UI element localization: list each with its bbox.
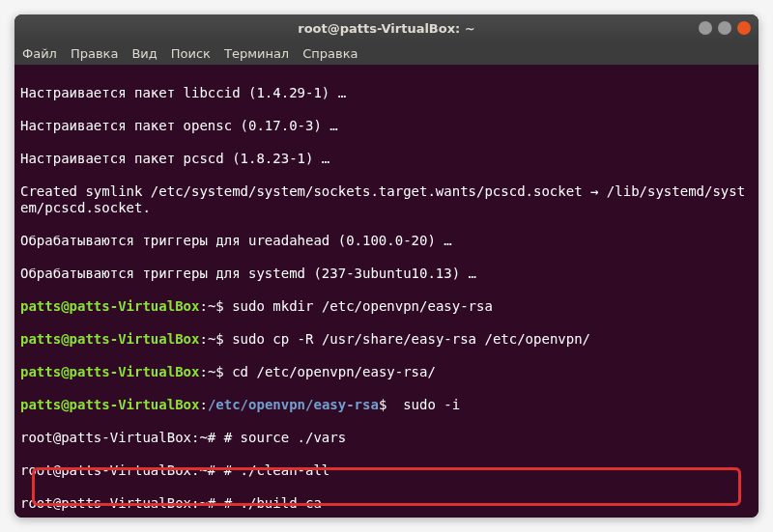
current-path: /etc/openvpn/easy-rsa bbox=[208, 397, 379, 412]
minimize-icon[interactable] bbox=[699, 21, 712, 35]
command: sudo cp -R /usr/share/easy-rsa /etc/open… bbox=[232, 331, 590, 347]
prompt-line: patts@patts-VirtualBox:~$ sudo cp -R /us… bbox=[20, 331, 753, 348]
menubar: Файл Правка Вид Поиск Терминал Справка bbox=[14, 42, 759, 65]
output-line: Настраивается пакет libccid (1.4.29-1) … bbox=[20, 85, 753, 101]
command: # source ./vars bbox=[215, 430, 346, 445]
output-line: Настраивается пакет pcscd (1.8.23-1) … bbox=[20, 151, 753, 167]
root-prompt: root@patts-VirtualBox:~# bbox=[20, 430, 215, 445]
user-host: patts@patts-VirtualBox bbox=[20, 331, 199, 347]
titlebar: root@patts-VirtualBox: ~ bbox=[14, 14, 759, 42]
user-host: patts@patts-VirtualBox bbox=[20, 397, 199, 412]
command: # ./build-ca bbox=[215, 495, 322, 511]
close-icon[interactable] bbox=[737, 21, 751, 35]
user-host: patts@patts-VirtualBox bbox=[20, 298, 199, 314]
prompt-line: patts@patts-VirtualBox:~$ cd /etc/openvp… bbox=[20, 364, 753, 380]
menu-help[interactable]: Справка bbox=[302, 46, 358, 61]
root-line: root@patts-VirtualBox:~# # ./clean-all bbox=[20, 462, 753, 479]
menu-file[interactable]: Файл bbox=[22, 46, 57, 61]
output-line: Настраивается пакет opensc (0.17.0-3) … bbox=[20, 118, 753, 134]
menu-edit[interactable]: Правка bbox=[71, 46, 118, 61]
output-line: Обрабатываются триггеры для systemd (237… bbox=[20, 266, 753, 282]
command: sudo -i bbox=[395, 397, 460, 412]
prompt-line: patts@patts-VirtualBox:~$ sudo mkdir /et… bbox=[20, 298, 753, 315]
command: cd /etc/openvpn/easy-rsa/ bbox=[232, 364, 436, 379]
menu-view[interactable]: Вид bbox=[131, 46, 157, 61]
window-title: root@patts-VirtualBox: ~ bbox=[298, 21, 474, 36]
user-host: patts@patts-VirtualBox bbox=[20, 364, 199, 379]
output-line: Created symlink /etc/systemd/system/sock… bbox=[20, 183, 753, 216]
root-prompt: root@patts-VirtualBox:~# bbox=[20, 495, 215, 511]
command: # ./clean-all bbox=[215, 462, 329, 478]
root-line: root@patts-VirtualBox:~# # source ./vars bbox=[20, 430, 753, 446]
command: sudo mkdir /etc/openvpn/easy-rsa bbox=[232, 298, 493, 314]
root-line: root@patts-VirtualBox:~# # ./build-ca bbox=[20, 495, 753, 512]
window-controls bbox=[699, 21, 751, 35]
root-prompt: root@patts-VirtualBox:~# bbox=[20, 462, 215, 478]
terminal-content[interactable]: Настраивается пакет libccid (1.4.29-1) …… bbox=[14, 65, 759, 518]
maximize-icon[interactable] bbox=[718, 21, 731, 35]
output-line: Обрабатываются триггеры для ureadahead (… bbox=[20, 233, 753, 249]
menu-search[interactable]: Поиск bbox=[171, 46, 211, 61]
terminal-window: root@patts-VirtualBox: ~ Файл Правка Вид… bbox=[14, 14, 759, 518]
menu-terminal[interactable]: Терминал bbox=[224, 46, 289, 61]
prompt-line: patts@patts-VirtualBox:/etc/openvpn/easy… bbox=[20, 397, 753, 413]
